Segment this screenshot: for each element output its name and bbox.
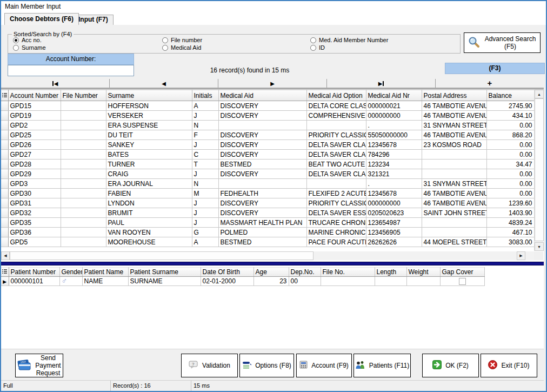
grid-cell[interactable]: 0.00 <box>486 179 534 189</box>
grid-cell[interactable]: MASSMART HEALTH PLAN <box>218 218 306 228</box>
grid-cell[interactable]: NAME <box>82 277 128 286</box>
tab-choose-debtors[interactable]: Choose Debtors (F6) <box>4 13 79 25</box>
horizontal-scroll-thumb[interactable] <box>10 251 313 260</box>
radio-surname[interactable]: Surname <box>13 44 46 51</box>
grid-cell[interactable]: DISCOVERY <box>218 198 306 208</box>
column-header[interactable]: Age <box>254 268 289 277</box>
nav-next-button[interactable]: ▶ <box>218 79 327 88</box>
grid-cell[interactable]: 31 SNYMAN STREET <box>422 121 486 130</box>
grid-cell[interactable] <box>61 111 106 121</box>
column-header[interactable]: Patient Number <box>9 268 59 277</box>
grid-cell[interactable]: 868.20 <box>486 130 534 140</box>
grid-cell[interactable] <box>61 179 106 189</box>
grid-cell[interactable]: 55050000000 <box>366 130 422 140</box>
grid-cell[interactable] <box>61 130 106 140</box>
row-selector[interactable] <box>1 218 8 228</box>
grid-cell[interactable]: 0.00 <box>486 121 534 130</box>
grid-cell[interactable]: . <box>366 179 422 189</box>
grid-cell[interactable]: 784296 <box>366 150 422 160</box>
grid-cell[interactable]: 1403.90 <box>486 208 534 218</box>
radio-id[interactable]: ID <box>310 44 325 51</box>
grid-cell[interactable]: 46 TAMBOTIE AVENUE <box>422 130 486 140</box>
row-selector[interactable] <box>1 160 8 169</box>
grid-cell[interactable]: 123456905 <box>366 228 422 237</box>
grid-cell[interactable] <box>61 101 106 111</box>
column-header[interactable]: Weight <box>406 268 440 277</box>
scroll-right-icon[interactable]: ▶ <box>517 251 525 260</box>
column-header[interactable]: Gap Cover <box>440 268 484 277</box>
scroll-left-icon[interactable]: ◀ <box>1 251 10 260</box>
grid-cell[interactable]: GPD29 <box>8 169 61 179</box>
grid-cell[interactable]: 0.00 <box>486 189 534 198</box>
grid-cell[interactable]: DISCOVERY <box>218 130 306 140</box>
debtor-grid-horizontal-scrollbar[interactable]: ◀ ▶ <box>1 251 534 260</box>
grid-cell[interactable]: GPD2 <box>8 121 61 130</box>
grid-cell[interactable]: BESTMED <box>218 237 306 247</box>
grid-cell[interactable]: 0.00 <box>486 140 534 150</box>
grid-cell[interactable]: MOOREHOUSE <box>106 237 192 247</box>
grid-cell[interactable]: 4839.24 <box>486 218 534 228</box>
row-selector[interactable] <box>1 189 8 198</box>
grid-cell[interactable]: DISCOVERY <box>218 150 306 160</box>
grid-cell[interactable] <box>422 150 486 160</box>
grid-cell[interactable] <box>61 208 106 218</box>
grid-cell[interactable]: GPD28 <box>8 160 61 169</box>
grid-cell[interactable] <box>422 228 486 237</box>
grid-cell[interactable]: LYNDON <box>106 198 192 208</box>
grid-cell[interactable]: 467.10 <box>486 228 534 237</box>
nav-add-button[interactable]: + <box>436 79 544 88</box>
grid-cell[interactable]: GPD3 <box>8 179 61 189</box>
column-header[interactable]: Dep.No. <box>289 268 321 277</box>
grid-cell[interactable]: A <box>192 101 218 111</box>
grid-cell[interactable]: DU TEIT <box>106 130 192 140</box>
radio-medical-aid[interactable]: Medical Aid <box>162 44 201 51</box>
radio-acc-no[interactable]: Acc no. <box>13 37 42 43</box>
grid-cell[interactable]: 02-01-2000 <box>201 277 254 286</box>
grid-cell[interactable]: SANKEY <box>106 140 192 150</box>
grid-cell[interactable]: GPD26 <box>8 140 61 150</box>
grid-cell[interactable]: SURNAME <box>128 277 201 286</box>
grid-cell[interactable]: 123654987 <box>366 218 422 228</box>
grid-cell[interactable]: 00 <box>289 277 321 286</box>
grid-cell[interactable]: 23 KOSMOS ROAD <box>422 140 486 150</box>
grid-cell[interactable]: 34.47 <box>486 160 534 169</box>
grid-cell[interactable]: GPD35 <box>8 218 61 228</box>
debtor-grid-vertical-scrollbar[interactable]: ▲ ▼ <box>534 90 543 251</box>
column-header[interactable]: Account Number△ <box>8 90 61 101</box>
grid-cell[interactable]: GPD32 <box>8 208 61 218</box>
grid-cell[interactable] <box>61 189 106 198</box>
grid-cell[interactable]: DELTA CORE CLASSIC <box>306 101 366 111</box>
table-row[interactable]: GPD19VERSEKERJDISCOVERYCOMPREHENSIVE CLA… <box>1 111 534 121</box>
grid-cell[interactable]: 321321 <box>366 169 422 179</box>
grid-cell[interactable]: 1239.60 <box>486 198 534 208</box>
exit-button[interactable]: Exit (F10) <box>481 354 537 377</box>
grid-cell[interactable]: 0.00 <box>486 150 534 160</box>
grid-cell[interactable] <box>61 140 106 150</box>
grid-cell[interactable]: DELTA SAVER ESSENT <box>306 208 366 218</box>
grid-cell[interactable]: 3083.00 <box>486 237 534 247</box>
grid-cell[interactable]: 44 MOEPEL STREET <box>422 237 486 247</box>
column-header[interactable]: Patient Name <box>82 268 128 277</box>
grid-cell[interactable]: 26262626 <box>366 237 422 247</box>
column-header[interactable]: Postal Address <box>422 90 486 101</box>
grid-cell[interactable] <box>61 160 106 169</box>
account-number-input[interactable] <box>8 65 134 76</box>
grid-cell[interactable]: 434.10 <box>486 111 534 121</box>
grid-cell[interactable]: CRAIG <box>106 169 192 179</box>
grid-cell[interactable]: GPD31 <box>8 198 61 208</box>
radio-circle[interactable] <box>162 37 168 43</box>
grid-cell[interactable]: TRUCARE CHRONIC <box>306 218 366 228</box>
grid-cell[interactable]: 0205020623 <box>366 208 422 218</box>
grid-cell[interactable] <box>61 218 106 228</box>
grid-cell[interactable]: J <box>192 218 218 228</box>
grid-cell[interactable]: 46 TAMBOTIE AVENUE <box>422 198 486 208</box>
grid-cell[interactable]: GPD27 <box>8 150 61 160</box>
scroll-up-icon[interactable]: ▲ <box>535 90 544 98</box>
table-row[interactable]: GPD30FABIENMFEDHEALTHFLEXIFED 2 ACUTE123… <box>1 189 534 198</box>
grid-cell[interactable] <box>61 237 106 247</box>
grid-cell[interactable]: POLMED <box>218 228 306 237</box>
grid-cell[interactable]: DELTA SAVER CLASSIC <box>306 140 366 150</box>
grid-cell[interactable] <box>422 160 486 169</box>
column-header[interactable]: Medical Aid Option <box>306 90 366 101</box>
grid-cell[interactable]: N <box>192 179 218 189</box>
